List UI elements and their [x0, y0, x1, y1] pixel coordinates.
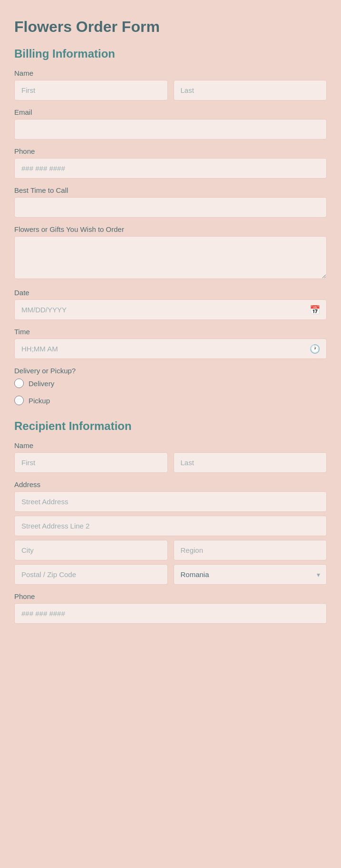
recipient-last-name-field	[174, 452, 327, 473]
date-label: Date	[14, 289, 327, 297]
recipient-section-title: Recipient Information	[14, 419, 327, 433]
date-input[interactable]	[14, 299, 327, 320]
postal-input[interactable]	[14, 564, 168, 585]
country-select[interactable]: Romania United States United Kingdom Ger…	[174, 564, 327, 585]
billing-first-name-field	[14, 80, 168, 100]
billing-name-label: Name	[14, 69, 327, 77]
recipient-section: Recipient Information Name Address	[14, 419, 327, 624]
billing-first-name-input[interactable]	[14, 80, 168, 100]
billing-last-name-field	[174, 80, 327, 100]
time-input[interactable]	[14, 339, 327, 359]
street-address-input[interactable]	[14, 491, 327, 512]
time-label: Time	[14, 328, 327, 336]
recipient-last-name-input[interactable]	[174, 452, 327, 473]
recipient-name-label: Name	[14, 441, 327, 449]
region-field	[174, 540, 327, 560]
city-input[interactable]	[14, 540, 168, 560]
city-field	[14, 540, 168, 560]
billing-email-input[interactable]	[14, 119, 327, 140]
billing-section-title: Billing Information	[14, 47, 327, 60]
recipient-first-name-input[interactable]	[14, 452, 168, 473]
recipient-first-name-field	[14, 452, 168, 473]
billing-phone-input[interactable]	[14, 158, 327, 179]
region-input[interactable]	[174, 540, 327, 560]
billing-section: Billing Information Name Email Phone Bes…	[14, 47, 327, 405]
best-time-label: Best Time to Call	[14, 186, 327, 194]
billing-last-name-input[interactable]	[174, 80, 327, 100]
recipient-name-row	[14, 452, 327, 473]
address-stack: Romania United States United Kingdom Ger…	[14, 491, 327, 585]
country-field: Romania United States United Kingdom Ger…	[174, 564, 327, 585]
city-region-row	[14, 540, 327, 560]
billing-name-row	[14, 80, 327, 100]
postal-field	[14, 564, 168, 585]
recipient-phone-label: Phone	[14, 592, 327, 600]
billing-phone-label: Phone	[14, 147, 327, 155]
flowers-textarea[interactable]	[14, 236, 327, 279]
delivery-pickup-label: Delivery or Pickup?	[14, 367, 327, 375]
recipient-address-label: Address	[14, 480, 327, 489]
pickup-label: Pickup	[29, 397, 50, 405]
flowers-label: Flowers or Gifts You Wish to Order	[14, 225, 327, 233]
time-wrapper: 🕐	[14, 339, 327, 359]
best-time-input[interactable]	[14, 197, 327, 218]
street-address-line2-input[interactable]	[14, 516, 327, 536]
date-wrapper: 📅	[14, 299, 327, 320]
page-title: Flowers Order Form	[14, 18, 327, 36]
pickup-option[interactable]: Pickup	[14, 396, 327, 405]
delivery-pickup-group: Delivery Pickup	[14, 379, 327, 405]
billing-email-label: Email	[14, 108, 327, 116]
postal-country-row: Romania United States United Kingdom Ger…	[14, 564, 327, 585]
recipient-phone-input[interactable]	[14, 603, 327, 624]
delivery-radio[interactable]	[14, 379, 24, 388]
pickup-radio[interactable]	[14, 396, 24, 405]
delivery-label: Delivery	[29, 379, 54, 388]
delivery-option[interactable]: Delivery	[14, 379, 327, 388]
